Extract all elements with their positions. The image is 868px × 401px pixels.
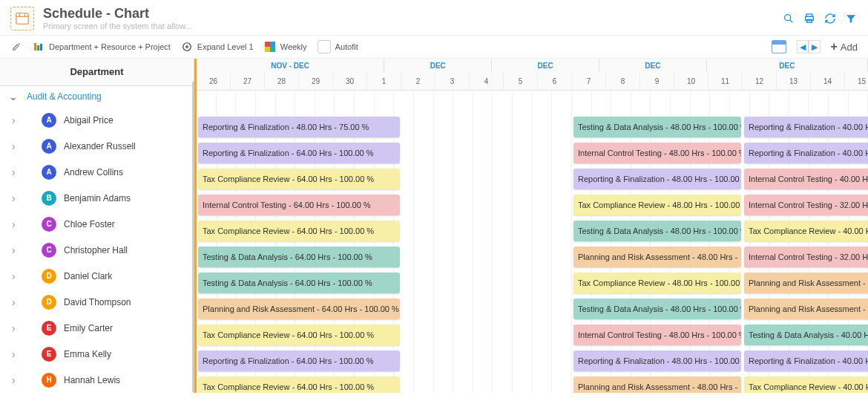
task-bar[interactable]: Tax Compliance Review - 48.00 Hrs - 100.… <box>573 195 741 215</box>
groupby-selector[interactable]: Department + Resource + Project <box>33 41 171 53</box>
add-button[interactable]: + Add <box>831 40 858 53</box>
resource-row[interactable]: › D David Thompson <box>0 289 194 315</box>
print-icon[interactable] <box>803 12 816 25</box>
bars-icon <box>33 41 45 53</box>
checkbox-icon <box>318 40 331 53</box>
resource-name: David Thompson <box>64 297 131 307</box>
task-bar[interactable]: Testing & Data Analysis - 48.00 Hrs - 10… <box>573 117 741 137</box>
day-cell: 28 <box>265 72 299 90</box>
resource-name: Chloe Foster <box>64 219 115 229</box>
task-bar[interactable]: Reporting & Finalization - 40.00 Hrs - 1… <box>744 351 868 371</box>
task-bar[interactable]: Testing & Data Analysis - 40.00 Hrs - 10… <box>744 325 868 345</box>
task-bar[interactable]: Internal Control Testing - 48.00 Hrs - 1… <box>573 143 741 163</box>
task-bar[interactable]: Internal Control Testing - 32.00 Hrs - 8… <box>744 195 868 215</box>
prev-button[interactable]: ◀ <box>797 40 809 53</box>
task-bar[interactable]: Testing & Data Analysis - 48.00 Hrs - 10… <box>573 221 741 241</box>
tools-icon[interactable] <box>10 41 22 53</box>
task-bar[interactable]: Reporting & Finalization - 48.00 Hrs - 1… <box>573 169 741 189</box>
task-bar[interactable]: Tax Compliance Review - 64.00 Hrs - 100.… <box>198 169 400 189</box>
resource-name: Alexander Russell <box>64 141 136 151</box>
task-bar[interactable]: Tax Compliance Review - 40.00 Hrs - 100.… <box>744 376 868 393</box>
task-bar[interactable]: Reporting & Finalization - 48.00 Hrs - 7… <box>198 117 400 137</box>
filter-icon[interactable] <box>844 12 858 25</box>
task-bar[interactable]: Internal Control Testing - 32.00 Hrs - 8… <box>744 247 868 267</box>
autofit-toggle[interactable]: Autofit <box>318 40 358 53</box>
resource-row[interactable]: › A Alexander Russell <box>0 133 194 159</box>
avatar: E <box>42 321 56 336</box>
task-bar[interactable]: Tax Compliance Review - 64.00 Hrs - 100.… <box>198 325 400 345</box>
month-cell: DEC <box>492 59 599 72</box>
refresh-icon[interactable] <box>823 12 837 25</box>
task-bar[interactable]: Tax Compliance Review - 48.00 Hrs - 100.… <box>573 273 741 293</box>
day-cell: 9 <box>640 72 674 90</box>
resource-name: Hannah Lewis <box>64 375 120 385</box>
timeline-row: Tax Compliance Review - 64.00 Hrs - 100.… <box>197 218 868 244</box>
avatar: A <box>42 139 56 154</box>
resource-row[interactable]: › E Emma Kelly <box>0 341 194 367</box>
resource-name: Christopher Hall <box>64 245 128 255</box>
groupby-label: Department + Resource + Project <box>49 42 171 51</box>
page-subtitle: Primary screen of the system that allow.… <box>43 22 773 30</box>
department-label: Audit & Accounting <box>27 91 102 102</box>
task-bar[interactable]: Internal Control Testing - 40.00 Hrs - 1… <box>744 169 868 189</box>
task-bar[interactable]: Tax Compliance Review - 64.00 Hrs - 100.… <box>198 376 400 393</box>
day-cell: 7 <box>572 72 606 90</box>
task-bar[interactable]: Testing & Data Analysis - 64.00 Hrs - 10… <box>198 247 400 267</box>
task-bar[interactable]: Testing & Data Analysis - 64.00 Hrs - 10… <box>198 273 400 293</box>
today-button[interactable] <box>772 40 786 53</box>
task-bar[interactable]: Planning and Risk Assessment - 48.00 Hrs… <box>573 376 741 393</box>
day-cell: 4 <box>470 72 504 90</box>
period-icon <box>264 41 276 53</box>
avatar: D <box>42 295 56 310</box>
toolbar: Department + Resource + Project Expand L… <box>0 36 868 59</box>
resource-row[interactable]: › C Chloe Foster <box>0 211 194 237</box>
resource-row[interactable]: › H Hannah Lewis <box>0 367 194 393</box>
period-selector[interactable]: Weekly <box>264 41 307 53</box>
page-header: Schedule - Chart Primary screen of the s… <box>0 0 868 36</box>
task-bar[interactable]: Reporting & Finalization - 40.00 Hrs - 1… <box>744 143 868 163</box>
chevron-right-icon: › <box>12 114 22 126</box>
task-bar[interactable]: Reporting & Finalization - 48.00 Hrs - 1… <box>573 351 741 371</box>
task-bar[interactable]: Planning and Risk Assessment - 40.00 Hrs… <box>744 299 868 319</box>
timeline-row: Tax Compliance Review - 64.00 Hrs - 100.… <box>197 374 868 393</box>
resource-row[interactable]: › D Daniel Clark <box>0 263 194 289</box>
search-icon[interactable] <box>782 12 795 25</box>
expand-selector[interactable]: Expand Level 1 <box>181 41 254 53</box>
day-cell: 29 <box>299 72 333 90</box>
day-cell: 3 <box>435 72 470 90</box>
task-bar[interactable]: Internal Control Testing - 64.00 Hrs - 1… <box>198 195 400 215</box>
plus-icon: + <box>831 40 838 53</box>
avatar: E <box>42 347 56 362</box>
day-cell: 6 <box>538 72 572 90</box>
task-bar[interactable]: Planning and Risk Assessment - 40.00 Hrs… <box>744 273 868 293</box>
task-bar[interactable]: Reporting & Finalization - 64.00 Hrs - 1… <box>198 143 400 163</box>
chevron-right-icon: › <box>12 244 22 256</box>
add-label: Add <box>841 42 858 53</box>
resource-row[interactable]: › A Abigail Price <box>0 107 194 133</box>
task-bar[interactable]: Tax Compliance Review - 64.00 Hrs - 100.… <box>198 221 400 241</box>
task-bar[interactable]: Reporting & Finalization - 40.00 Hrs - 1… <box>744 117 868 137</box>
task-bar[interactable]: Reporting & Finalization - 64.00 Hrs - 1… <box>198 351 400 371</box>
chevron-right-icon: › <box>12 348 22 360</box>
resource-row[interactable]: › E Emily Carter <box>0 315 194 341</box>
timeline-row: Testing & Data Analysis - 64.00 Hrs - 10… <box>197 244 868 270</box>
task-bar[interactable]: Internal Control Testing - 48.00 Hrs - 1… <box>573 325 741 345</box>
resource-row[interactable]: › C Christopher Hall <box>0 237 194 263</box>
page-title: Schedule - Chart <box>43 6 773 22</box>
resource-name: Emily Carter <box>64 323 113 333</box>
svg-rect-9 <box>265 42 270 47</box>
chevron-right-icon: › <box>12 374 22 386</box>
task-bar[interactable]: Testing & Data Analysis - 48.00 Hrs - 10… <box>573 299 741 319</box>
task-bar[interactable]: Tax Compliance Review - 40.00 Hrs - 100.… <box>744 221 868 241</box>
resource-row[interactable]: › A Andrew Collins <box>0 159 194 185</box>
task-bar[interactable]: Planning and Risk Assessment - 64.00 Hrs… <box>198 299 400 319</box>
department-row[interactable]: ⌄ Audit & Accounting <box>0 86 194 107</box>
task-bar[interactable]: Planning and Risk Assessment - 48.00 Hrs… <box>573 247 741 267</box>
chevron-down-icon: ⌄ <box>9 91 19 102</box>
day-cell: 12 <box>743 72 777 90</box>
next-button[interactable]: ▶ <box>809 40 821 53</box>
resource-row[interactable]: › B Benjamin Adams <box>0 185 194 211</box>
expand-label: Expand Level 1 <box>197 42 254 51</box>
chevron-right-icon: › <box>12 322 22 334</box>
avatar: H <box>42 373 56 388</box>
